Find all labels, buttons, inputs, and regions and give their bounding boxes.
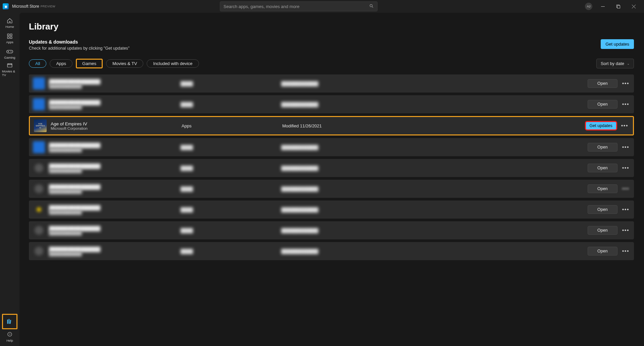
preview-badge: PREVIEW [41, 5, 55, 8]
app-thumbnail [35, 247, 43, 255]
open-button[interactable]: Open [588, 79, 617, 88]
chevron-down-icon: ⌄ [627, 62, 630, 65]
svg-point-14 [11, 51, 11, 52]
filter-apps[interactable]: Apps [50, 59, 72, 68]
svg-point-15 [11, 52, 12, 52]
app-thumbnail [35, 184, 43, 193]
nav-home[interactable]: Home [2, 15, 17, 31]
more-icon[interactable]: ••• [622, 186, 630, 192]
more-icon[interactable]: ••• [621, 123, 629, 129]
open-button[interactable]: Open [588, 143, 617, 152]
nav-help[interactable]: ? Help [2, 329, 17, 345]
home-icon [7, 18, 13, 24]
open-button[interactable]: Open [588, 205, 617, 214]
page-title: Library [29, 21, 634, 32]
app-thumbnail [35, 226, 43, 235]
sidebar: Home Apps Gaming Movies & TV ? [0, 13, 19, 346]
open-button[interactable]: Open [588, 247, 617, 255]
more-icon[interactable]: ••• [622, 227, 630, 233]
open-button[interactable]: Open [588, 164, 617, 172]
list-item[interactable]: ████████████████ ████████████ ████ █████… [29, 200, 634, 219]
open-button[interactable]: Open [588, 100, 617, 109]
app-thumbnail [37, 207, 41, 212]
list-item[interactable]: ████████████████ ████████████ ████ █████… [29, 180, 634, 198]
svg-rect-4 [617, 5, 620, 8]
list-item[interactable]: ████████████████ ████████████ ████ █████… [29, 159, 634, 177]
svg-rect-7 [7, 34, 9, 36]
filter-all[interactable]: All [29, 59, 46, 68]
search-icon [369, 4, 374, 9]
filter-row: All Apps Games Movies & TV Included with… [29, 59, 634, 68]
list-item-age-of-empires-iv[interactable]: AGEEMPIRESIV Age of Empires IV Microsoft… [29, 116, 634, 135]
row-modified: Modified 11/26/2021 [282, 123, 423, 128]
titlebar: ▣ Microsoft Store PREVIEW Search apps, g… [0, 0, 644, 13]
list-item[interactable]: ████████████████ ████████████ ████ █████… [29, 138, 634, 156]
svg-rect-23 [10, 320, 11, 324]
svg-rect-22 [9, 319, 10, 324]
get-updates-button[interactable]: Get updates [601, 39, 634, 49]
window-minimize-button[interactable] [595, 1, 610, 11]
app-thumbnail [35, 164, 43, 172]
row-get-updates-button[interactable]: Get updates [586, 122, 616, 130]
open-button[interactable]: Open [588, 184, 617, 193]
nav-apps[interactable]: Apps [2, 31, 17, 46]
more-icon[interactable]: ••• [622, 101, 630, 107]
app-thumbnail [33, 98, 45, 110]
filter-games[interactable]: Games [76, 59, 103, 68]
store-app-icon: ▣ [3, 3, 9, 9]
help-icon: ? [7, 332, 12, 338]
movies-icon [7, 62, 13, 68]
section-subtitle: Check for additional updates by clicking… [29, 46, 130, 51]
row-type: Apps [182, 123, 282, 128]
svg-rect-10 [10, 37, 12, 39]
nav-gaming[interactable]: Gaming [2, 46, 17, 62]
app-title: Microsoft Store [12, 4, 39, 9]
app-thumbnail [33, 77, 45, 90]
sort-dropdown[interactable]: Sort by date ⌄ [596, 59, 634, 68]
nav-library[interactable] [2, 314, 17, 329]
filter-included[interactable]: Included with device [147, 59, 199, 68]
more-icon[interactable]: ••• [622, 207, 630, 213]
app-thumbnail [33, 141, 45, 153]
window-close-button[interactable] [626, 1, 641, 11]
search-input[interactable]: Search apps, games, movies and more [220, 1, 378, 11]
filter-movies-tv[interactable]: Movies & TV [106, 59, 143, 68]
more-icon[interactable]: ••• [622, 144, 630, 150]
app-thumbnail: AGEEMPIRESIV [34, 119, 47, 132]
apps-icon [7, 33, 13, 39]
svg-line-1 [372, 6, 373, 7]
open-button[interactable]: Open [588, 226, 617, 235]
nav-movies-tv[interactable]: Movies & TV [2, 62, 17, 77]
sort-label: Sort by date [601, 61, 624, 66]
window-maximize-button[interactable] [610, 1, 626, 11]
svg-rect-21 [7, 320, 8, 324]
more-icon[interactable]: ••• [622, 165, 630, 171]
svg-rect-8 [10, 34, 12, 36]
section-title: Updates & downloads [29, 39, 130, 45]
more-icon[interactable]: ••• [622, 80, 630, 86]
list-item[interactable]: ████████████████ ████████████ ████ █████… [29, 74, 634, 93]
row-title: Age of Empires IV [51, 121, 88, 126]
row-publisher: Microsoft Corporation [51, 126, 88, 130]
svg-text:?: ? [9, 333, 11, 336]
search-placeholder: Search apps, games, movies and more [224, 4, 369, 9]
svg-rect-9 [7, 37, 9, 39]
gaming-icon [6, 49, 13, 55]
list-item[interactable]: ████████████████ ████████████ ████ █████… [29, 242, 634, 260]
svg-rect-11 [7, 50, 13, 53]
list-item[interactable]: ████████████████ ████████████ ████ █████… [29, 95, 634, 113]
more-icon[interactable]: ••• [622, 248, 630, 254]
library-list: ████████████████ ████████████ ████ █████… [29, 74, 634, 260]
main-content: Library Updates & downloads Check for ad… [19, 13, 644, 346]
user-avatar[interactable]: AJ [585, 3, 592, 10]
list-item[interactable]: ████████████████ ████████████ ████ █████… [29, 221, 634, 239]
svg-point-0 [370, 4, 372, 7]
